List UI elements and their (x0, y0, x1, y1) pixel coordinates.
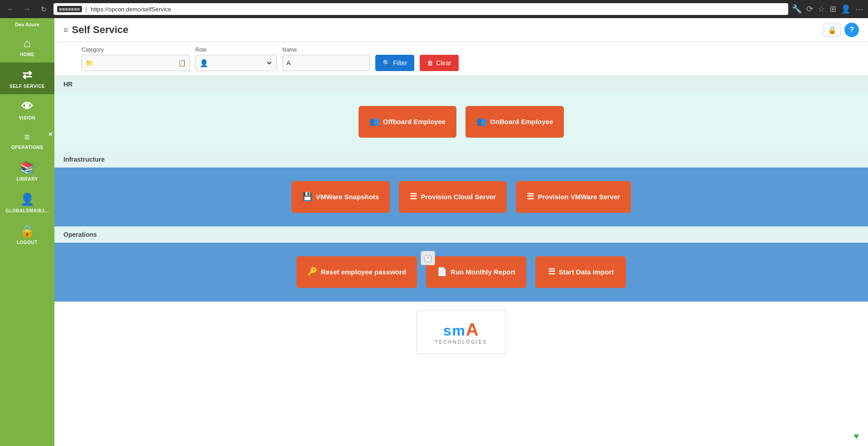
operations-icon: ≡ (24, 131, 30, 143)
profile-icon[interactable]: 👤 (841, 4, 851, 14)
sidebar-item-user[interactable]: 👤 GLOBALSMA\BJ... (0, 187, 54, 219)
hr-section-body: 👥 Offboard Employee 👥 OnBoard Employee (54, 92, 868, 151)
run-monthly-report-button[interactable]: 📄 Run Monthly Report (426, 256, 526, 288)
top-bar-actions: 🔒 ? (824, 23, 859, 37)
start-data-import-label: Start Data Import (559, 268, 614, 277)
help-button[interactable]: ? (844, 23, 859, 37)
top-bar: ≡ Self Service 🔒 ? (54, 18, 868, 42)
sma-logo-card: smA TECHNOLOGIES (417, 311, 506, 354)
name-filter-group: Name (282, 47, 370, 71)
name-label: Name (282, 47, 370, 53)
sidebar-dev-label: Dev Azure (0, 18, 54, 31)
sidebar-item-operations[interactable]: ≡ OPERATIONS (0, 126, 54, 155)
reset-employee-password-button[interactable]: 🔑 Reset employee password (296, 256, 417, 288)
start-data-import-icon: ☰ (548, 267, 555, 277)
provision-cloud-icon: ☰ (410, 192, 417, 202)
provision-vmware-server-button[interactable]: ☰ Provision VMWare Server (516, 181, 631, 213)
name-input[interactable] (286, 59, 366, 67)
sidebar-operations-label: OPERATIONS (11, 145, 43, 150)
url-text: https://opcon.demo/selfService (91, 6, 171, 13)
sidebar-self-service-label: SELF SERVICE (10, 84, 45, 89)
page-title-area: ≡ Self Service (63, 24, 824, 36)
role-filter-group: Role 👤 (195, 47, 277, 71)
infrastructure-section-body: 💾 VMWare Snapshots ☰ Provision Cloud Ser… (54, 168, 868, 226)
start-data-import-button[interactable]: ☰ Start Data Import (535, 256, 626, 288)
sidebar-library-label: LIBRARY (16, 177, 38, 182)
sidebar-item-logout[interactable]: 🔒 LOGOUT (0, 219, 54, 250)
clear-button-label: Clear (436, 59, 451, 67)
forward-button[interactable]: → (21, 3, 34, 15)
sma-logo: smA TECHNOLOGIES (435, 320, 487, 345)
sma-subtext: TECHNOLOGIES (435, 340, 487, 345)
home-icon: ⌂ (24, 36, 31, 50)
hr-section-header: HR (54, 76, 868, 92)
lock-button[interactable]: 🔒 (824, 24, 841, 37)
role-select-wrap: 👤 (195, 55, 277, 71)
user-icon: 👤 (20, 192, 35, 206)
vmware-snapshots-label: VMWare Snapshots (316, 192, 379, 201)
infrastructure-section-header: Infrastructure (54, 151, 868, 168)
name-input-wrap (282, 55, 370, 71)
role-select[interactable] (211, 59, 273, 67)
self-service-icon: ⇄ (22, 68, 33, 82)
run-monthly-report-wrap: 🕐 📄 Run Monthly Report (426, 256, 526, 288)
role-person-icon: 👤 (199, 59, 209, 67)
sidebar-item-library[interactable]: 📚 LIBRARY (0, 155, 54, 187)
category-filter-group: Category 📁 📋 (82, 47, 190, 71)
sidebar-item-vision[interactable]: 👁 VISION (0, 94, 54, 126)
app-container: Dev Azure ⌂ HOME ⇄ SELF SERVICE ✕ 👁 VISI… (0, 18, 868, 446)
back-button[interactable]: ← (5, 3, 17, 15)
sidebar: Dev Azure ⌂ HOME ⇄ SELF SERVICE ✕ 👁 VISI… (0, 18, 54, 446)
logo-section: smA TECHNOLOGIES (54, 302, 868, 363)
vmware-snapshots-button[interactable]: 💾 VMWare Snapshots (291, 181, 390, 213)
sidebar-item-self-service[interactable]: ⇄ SELF SERVICE ✕ (0, 62, 54, 94)
browser-chrome: ← → ↻ ■■■■■■■ | https://opcon.demo/selfS… (0, 0, 868, 18)
main-content: ≡ Self Service 🔒 ? Category 📁 📋 Role (54, 18, 868, 446)
filter-button-label: Filter (393, 59, 407, 67)
apps-icon[interactable]: ⊞ (829, 4, 836, 14)
run-monthly-report-label: Run Monthly Report (451, 268, 515, 277)
page-title: Self Service (72, 24, 129, 36)
vmware-snapshots-icon: 💾 (302, 192, 312, 202)
provision-vmware-icon: ☰ (527, 192, 534, 202)
url-placeholder: ■■■■■■■ (57, 6, 82, 12)
browser-toolbar-icons: 🔧 ⟳ ☆ ⊞ 👤 ⋯ (792, 4, 863, 14)
category-input[interactable] (96, 59, 175, 67)
logout-icon: 🔒 (20, 224, 35, 238)
category-label: Category (82, 47, 190, 53)
reset-password-icon: 🔑 (307, 267, 317, 277)
sidebar-close-button[interactable]: ✕ (48, 131, 53, 138)
bookmark-icon[interactable]: ☆ (818, 4, 825, 14)
url-bar[interactable]: ■■■■■■■ | https://opcon.demo/selfService (53, 3, 788, 15)
menu-dots-icon[interactable]: ⋯ (855, 4, 863, 14)
hamburger-icon: ≡ (63, 25, 68, 35)
provision-vmware-server-label: Provision VMWare Server (538, 192, 620, 201)
operations-section: Operations 🔑 Reset employee password 🕐 📄… (54, 226, 868, 302)
role-label: Role (195, 47, 277, 53)
operations-section-body: 🔑 Reset employee password 🕐 📄 Run Monthl… (54, 243, 868, 302)
offboard-employee-label: Offboard Employee (383, 117, 446, 126)
category-input-wrap: 📁 📋 (82, 55, 190, 71)
extensions-icon[interactable]: 🔧 (792, 4, 802, 14)
sidebar-vision-label: VISION (19, 115, 36, 120)
filter-bar: Category 📁 📋 Role 👤 Name (54, 42, 868, 76)
sidebar-logout-label: LOGOUT (17, 240, 38, 245)
run-monthly-report-icon: 📄 (437, 267, 447, 277)
filter-button[interactable]: 🔍 Filter (375, 55, 414, 71)
sidebar-home-label: HOME (20, 52, 34, 57)
refresh-icon2[interactable]: ⟳ (806, 4, 813, 14)
onboard-icon: 👥 (476, 116, 486, 127)
bottom-heart-icon: ♥ (853, 431, 859, 441)
onboard-employee-label: OnBoard Employee (490, 117, 553, 126)
url-separator: | (86, 6, 87, 13)
clear-button[interactable]: 🗑 Clear (420, 55, 458, 71)
onboard-employee-button[interactable]: 👥 OnBoard Employee (466, 106, 564, 138)
refresh-button[interactable]: ↻ (37, 3, 50, 15)
reset-employee-password-label: Reset employee password (321, 268, 406, 277)
hr-section: HR 👥 Offboard Employee 👥 OnBoard Employe… (54, 76, 868, 151)
provision-cloud-server-button[interactable]: ☰ Provision Cloud Server (399, 181, 507, 213)
infrastructure-section: Infrastructure 💾 VMWare Snapshots ☰ Prov… (54, 151, 868, 226)
category-folder-icon: 📁 (86, 59, 93, 67)
sidebar-item-home[interactable]: ⌂ HOME (0, 31, 54, 62)
offboard-employee-button[interactable]: 👥 Offboard Employee (359, 106, 456, 138)
